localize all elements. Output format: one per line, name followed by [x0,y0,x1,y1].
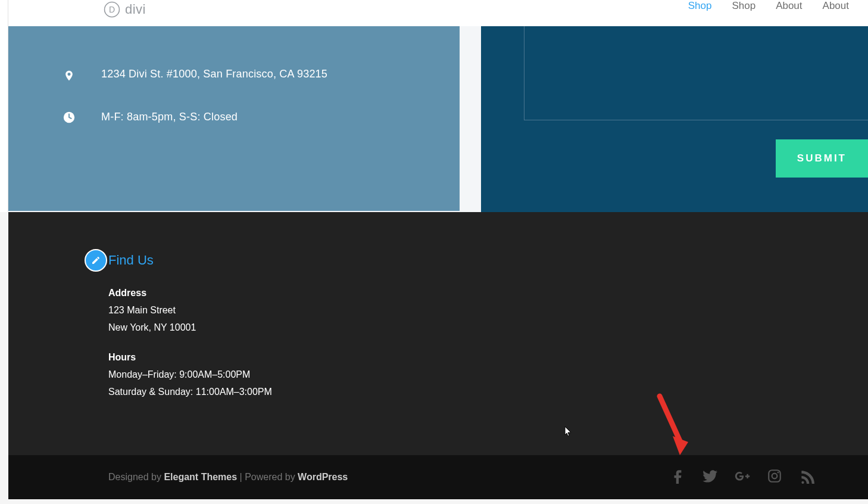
address-block: Address 123 Main Street New York, NY 100… [108,285,287,336]
primary-nav: Shop Shop About About [688,0,849,12]
designed-prefix: Designed by [108,472,164,482]
message-textarea[interactable] [524,26,868,120]
nav-item-shop-2[interactable]: Shop [732,0,755,12]
hours-text: M-F: 8am-5pm, S-S: Closed [101,111,238,123]
hours-row: M-F: 8am-5pm, S-S: Closed [62,111,406,124]
svg-point-4 [772,474,778,479]
widget-title: Find Us [108,253,154,268]
site-header: D divi Shop Shop About About [8,0,868,26]
address-text: 1234 Divi St. #1000, San Francisco, CA 9… [101,68,327,80]
widget-body: Address 123 Main Street New York, NY 100… [108,285,287,401]
address-line1: 123 Main Street [108,305,176,315]
twitter-icon[interactable] [702,468,718,486]
hours-label: Hours [108,352,136,362]
admin-bar-strip [0,0,8,212]
social-icons [670,468,814,486]
footer-widgets: Find Us Address 123 Main Street New York… [8,212,868,455]
pin-icon [62,68,76,83]
powered-prefix: Powered by [245,472,298,482]
logo[interactable]: D divi [104,0,146,18]
contact-info-column: 1234 Divi St. #1000, San Francisco, CA 9… [8,26,481,212]
contact-section: 1234 Divi St. #1000, San Francisco, CA 9… [8,26,868,212]
submit-button[interactable]: SUBMIT [776,139,868,178]
hours-line1: Monday–Friday: 9:00AM–5:00PM [108,369,250,379]
hours-line2: Saturday & Sunday: 11:00AM–3:00PM [108,387,272,397]
hours-block: Hours Monday–Friday: 9:00AM–5:00PM Satur… [108,349,287,400]
divi-logo-icon: D [104,1,120,18]
footer-credits: Designed by Elegant Themes | Powered by … [108,472,348,483]
googleplus-icon[interactable] [735,468,750,486]
contact-card: 1234 Divi St. #1000, San Francisco, CA 9… [8,26,460,211]
address-line2: New York, NY 10001 [108,322,196,332]
svg-text:D: D [109,5,115,14]
edit-widget-button[interactable] [85,249,107,272]
contact-form-column: SUBMIT [481,26,868,212]
bottom-bar: Designed by Elegant Themes | Powered by … [8,455,868,499]
svg-point-5 [778,472,779,474]
wordpress-link[interactable]: WordPress [298,472,348,482]
facebook-icon[interactable] [670,468,686,486]
address-row: 1234 Divi St. #1000, San Francisco, CA 9… [62,68,406,83]
elegant-themes-link[interactable]: Elegant Themes [164,472,237,482]
nav-item-about-1[interactable]: About [776,0,802,12]
instagram-icon[interactable] [767,468,782,486]
separator: | [237,472,245,482]
address-label: Address [108,288,146,298]
widget-heading-row: Find Us [85,249,844,272]
clock-icon [62,111,76,124]
pencil-icon [91,256,101,265]
logo-text: divi [125,2,146,17]
nav-item-about-2[interactable]: About [823,0,849,12]
rss-icon[interactable] [799,468,814,486]
nav-item-shop-1[interactable]: Shop [688,0,712,12]
